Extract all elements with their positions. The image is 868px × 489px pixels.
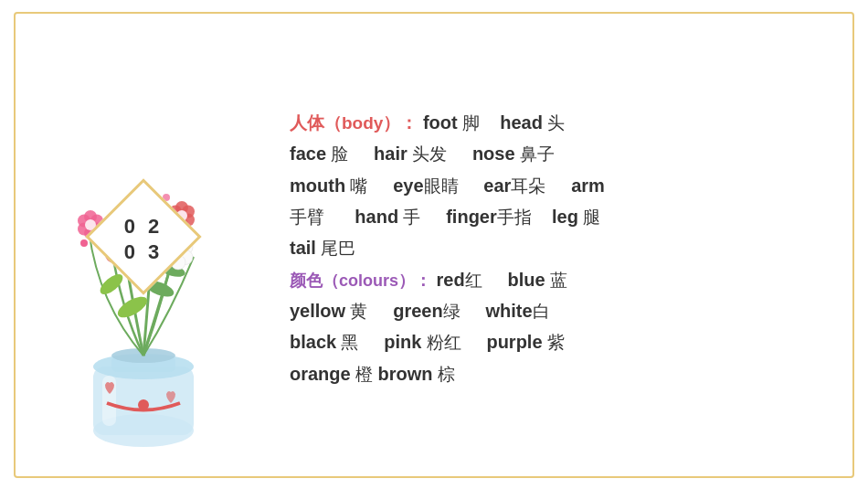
word-arm-en: arm [571,175,605,196]
word-tail-en: tail [290,238,316,258]
word-white-en: white [485,301,532,321]
word-yellow-en: yellow [290,301,345,321]
body-line2: face 脸 hair 头发 nose 鼻子 [290,138,825,169]
word-head-zh: 头 [543,113,565,133]
content-area: 人体（body）： foot 脚 head 头 face 脸 hair 头发 n… [271,14,852,476]
badge-line2: 0 3 [124,239,164,266]
word-green-zh: 绿 [443,302,460,321]
colours-line4: orange 橙 brown 棕 [290,358,825,389]
svg-point-52 [80,239,88,247]
word-mouth-en: mouth [290,175,345,196]
word-nose-en: nose [472,144,515,164]
word-hand-zh: 手 [398,207,420,227]
body-line4: 手臂 hand 手 finger手指 leg 腿 [290,201,825,232]
word-eye-en: eye [393,175,423,196]
word-blue-zh: 蓝 [545,271,567,290]
word-tail-zh: 尾巴 [316,239,355,258]
word-ear-en: ear [483,175,511,196]
word-finger-en: finger [446,207,497,227]
colours-label: 颜色（colours）： [290,271,431,290]
word-black-en: black [290,332,336,352]
word-purple-en: purple [486,332,542,352]
word-yellow-zh: 黄 [345,302,367,321]
word-blue-en: blue [508,270,545,290]
svg-point-4 [138,399,149,410]
body-line5: tail 尾巴 [290,232,825,263]
word-red-zh: 红 [465,271,482,290]
word-ear-zh: 耳朵 [511,176,545,196]
flower-area: 0 2 0 3 [16,14,271,476]
word-eye-zh: 眼睛 [424,176,459,196]
badge-line1: 0 2 [124,213,164,239]
word-nose-zh: 鼻子 [515,144,555,164]
word-mouth-zh: 嘴 [345,176,367,196]
colours-line1: 颜色（colours）： red红 blue 蓝 [290,264,825,295]
word-hair-en: hair [374,144,408,164]
word-orange-zh: 橙 [351,365,373,384]
word-leg-en: leg [552,207,578,227]
word-brown-en: brown [378,364,433,384]
word-foot-zh: 脚 [458,113,480,133]
word-pink-zh: 粉红 [421,333,460,352]
word-black-zh: 黑 [336,333,358,352]
word-arm-zh: 手臂 [290,207,324,227]
body-line3: mouth 嘴 eye眼睛 ear耳朵 arm [290,170,825,201]
word-green-en: green [393,301,442,321]
word-pink-en: pink [384,332,421,352]
word-finger-zh: 手指 [497,207,532,227]
word-orange-en: orange [290,364,351,384]
word-head-en: head [500,112,543,133]
word-hand-en: hand [355,207,398,227]
colours-line3: black 黑 pink 粉红 purple 紫 [290,326,825,357]
diamond-text: 0 2 0 3 [124,213,164,265]
body-label: 人体（body）： [290,113,418,133]
word-white-zh: 白 [533,302,550,321]
word-leg-zh: 腿 [578,207,600,227]
word-face-en: face [290,144,326,164]
word-face-zh: 脸 [326,144,348,164]
body-line1: 人体（body）： foot 脚 head 头 [290,107,825,138]
word-hair-zh: 头发 [408,144,447,164]
word-purple-zh: 紫 [543,333,565,352]
word-red-en: red [437,270,465,290]
word-foot-en: foot [423,112,458,133]
word-brown-zh: 棕 [433,365,455,384]
colours-line2: yellow 黄 green绿 white白 [290,295,825,326]
main-container: 0 2 0 3 人体（body）： foot 脚 head 头 face 脸 h… [14,12,854,478]
